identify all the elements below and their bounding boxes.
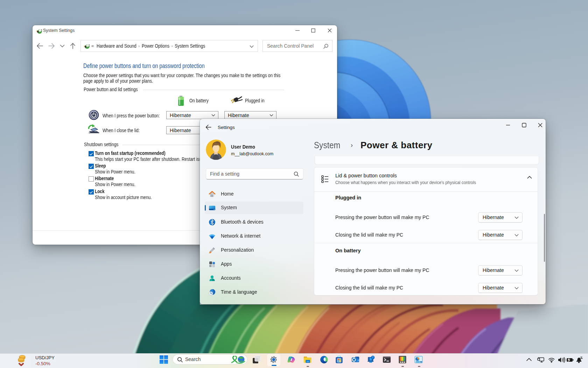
svg-text:7: 7 xyxy=(372,356,373,359)
